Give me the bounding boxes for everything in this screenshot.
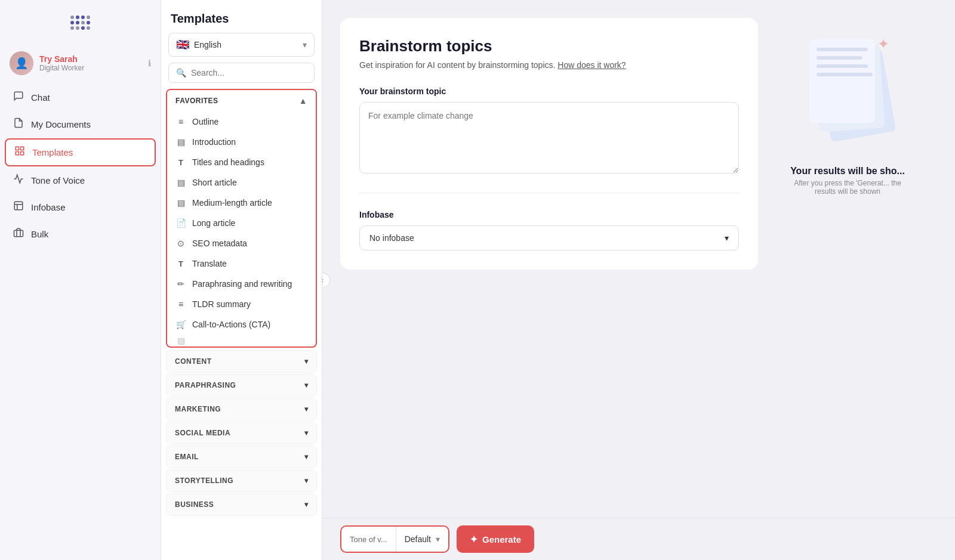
outline-icon: ≡ xyxy=(175,117,186,126)
info-icon[interactable]: ℹ xyxy=(148,58,151,68)
paper-line xyxy=(817,73,873,76)
divider xyxy=(359,193,739,193)
chevron-down-icon: ▾ xyxy=(725,233,729,243)
search-icon: 🔍 xyxy=(176,68,186,78)
svg-rect-2 xyxy=(16,152,19,155)
svg-rect-1 xyxy=(21,147,24,150)
template-item-seo-metadata[interactable]: ⊙ SEO metadata xyxy=(167,233,316,253)
logo-dot xyxy=(70,26,74,30)
generate-label: Generate xyxy=(482,534,521,544)
topic-textarea[interactable] xyxy=(359,102,739,174)
storytelling-section: STORYTELLING ▾ xyxy=(166,469,317,492)
content-area: ‹ Brainstorm topics Get inspiration for … xyxy=(322,0,955,560)
template-item-label: TLDR summary xyxy=(192,299,251,309)
content-header[interactable]: CONTENT ▾ xyxy=(167,351,316,372)
template-item-partial[interactable]: ▤ xyxy=(167,335,316,346)
template-item-label: Call-to-Actions (CTA) xyxy=(192,320,270,329)
paraphrasing-section: PARAPHRASING ▾ xyxy=(166,374,317,397)
language-selector[interactable]: 🇬🇧 English ▾ xyxy=(168,33,315,57)
cta-icon: 🛒 xyxy=(175,320,186,329)
favorites-section: FAVORITES ▲ ≡ Outline ▤ Introduction T T… xyxy=(166,89,317,348)
marketing-header[interactable]: MARKETING ▾ xyxy=(167,398,316,420)
card-subtitle-text: Get inspiration for AI content by brains… xyxy=(359,60,555,70)
email-header[interactable]: EMAIL ▾ xyxy=(167,446,316,468)
topic-field-label: Your brainstorm topic xyxy=(359,86,739,96)
logo-dot xyxy=(87,21,90,24)
chevron-down-icon: ▾ xyxy=(304,381,309,389)
user-profile[interactable]: 👤 Try Sarah Digital Worker ℹ xyxy=(0,47,161,85)
template-item-titles-headings[interactable]: T Titles and headings xyxy=(167,152,316,172)
partial-icon: ▤ xyxy=(175,336,186,345)
svg-rect-7 xyxy=(14,230,23,237)
logo xyxy=(70,16,90,30)
chevron-down-icon: ▾ xyxy=(304,453,309,461)
tone-selector[interactable]: Tone of v... Default ▾ xyxy=(340,525,449,553)
sidebar-item-templates[interactable]: Templates xyxy=(5,138,156,166)
template-item-tldr[interactable]: ≡ TLDR summary xyxy=(167,294,316,314)
template-item-long-article[interactable]: 📄 Long article xyxy=(167,213,316,233)
template-item-short-article[interactable]: ▤ Short article xyxy=(167,172,316,193)
sidebar-item-label: Bulk xyxy=(31,229,48,239)
content-section: CONTENT ▾ xyxy=(166,350,317,373)
infobase-label: Infobase xyxy=(359,210,739,219)
illustration-container: ✦ xyxy=(800,36,895,149)
favorites-header[interactable]: FAVORITES ▲ xyxy=(167,90,316,112)
logo-dot xyxy=(87,16,90,19)
chevron-down-icon: ▾ xyxy=(303,40,307,49)
bottom-bar: Tone of v... Default ▾ ✦ Generate xyxy=(322,518,955,560)
template-item-cta[interactable]: 🛒 Call-to-Actions (CTA) xyxy=(167,314,316,335)
paraphrasing-header[interactable]: PARAPHRASING ▾ xyxy=(167,375,316,396)
sidebar-item-infobase[interactable]: Infobase xyxy=(5,194,156,220)
template-item-outline[interactable]: ≡ Outline xyxy=(167,112,316,132)
card-title: Brainstorm topics xyxy=(359,37,739,55)
results-subtitle: After you press the 'Generat... the resu… xyxy=(788,179,907,196)
short-article-icon: ▤ xyxy=(175,178,186,187)
chevron-down-icon: ▾ xyxy=(304,477,309,485)
generate-button[interactable]: ✦ Generate xyxy=(457,525,534,553)
templates-title: Templates xyxy=(161,0,322,33)
social-media-section: SOCIAL MEDIA ▾ xyxy=(166,422,317,444)
long-article-icon: 📄 xyxy=(175,218,186,228)
template-item-paraphrasing[interactable]: ✏ Paraphrasing and rewriting xyxy=(167,274,316,294)
content-label: CONTENT xyxy=(175,357,212,366)
translate-icon: T xyxy=(175,259,186,268)
template-item-translate[interactable]: T Translate xyxy=(167,253,316,274)
chevron-down-icon: ▾ xyxy=(304,405,309,413)
template-item-introduction[interactable]: ▤ Introduction xyxy=(167,132,316,152)
chevron-down-icon: ▾ xyxy=(436,534,440,544)
social-media-header[interactable]: SOCIAL MEDIA ▾ xyxy=(167,422,316,444)
sidebar-item-chat[interactable]: Chat xyxy=(5,85,156,110)
search-input[interactable] xyxy=(191,68,307,78)
sidebar-item-tone-of-voice[interactable]: Tone of Voice xyxy=(5,168,156,193)
sidebar-item-label: Chat xyxy=(31,92,50,103)
infobase-selector[interactable]: No infobase ▾ xyxy=(359,225,739,250)
sidebar-item-my-documents[interactable]: My Documents xyxy=(5,112,156,137)
sidebar: 👤 Try Sarah Digital Worker ℹ Chat My Doc… xyxy=(0,0,161,560)
paper-front xyxy=(809,39,875,123)
social-media-label: SOCIAL MEDIA xyxy=(175,429,230,437)
templates-list: FAVORITES ▲ ≡ Outline ▤ Introduction T T… xyxy=(161,89,322,560)
templates-panel: Templates 🇬🇧 English ▾ 🔍 FAVORITES ▲ ≡ O… xyxy=(161,0,322,560)
chevron-down-icon: ▾ xyxy=(304,429,309,437)
template-item-medium-article[interactable]: ▤ Medium-length article xyxy=(167,193,316,213)
collapse-panel-button[interactable]: ‹ xyxy=(322,273,330,288)
business-header[interactable]: BUSINESS ▾ xyxy=(167,494,316,515)
seo-icon: ⊙ xyxy=(175,239,186,248)
how-does-it-work-link[interactable]: How does it work? xyxy=(557,60,626,70)
search-box: 🔍 xyxy=(168,63,315,83)
template-item-label: Titles and headings xyxy=(192,157,264,167)
sidebar-item-bulk[interactable]: Bulk xyxy=(5,221,156,247)
logo-dot xyxy=(81,21,85,24)
business-section: BUSINESS ▾ xyxy=(166,493,317,516)
template-item-label: Medium-length article xyxy=(192,198,272,208)
tone-value[interactable]: Default ▾ xyxy=(396,534,448,544)
sparkle-icon: ✦ xyxy=(877,36,889,52)
bulk-icon xyxy=(12,227,25,241)
template-item-label: Outline xyxy=(192,117,218,126)
user-name: Try Sarah xyxy=(39,54,142,64)
logo-dot xyxy=(76,21,79,24)
logo-dot xyxy=(70,16,74,19)
email-section: EMAIL ▾ xyxy=(166,445,317,468)
storytelling-header[interactable]: STORYTELLING ▾ xyxy=(167,470,316,491)
svg-rect-4 xyxy=(14,202,23,210)
